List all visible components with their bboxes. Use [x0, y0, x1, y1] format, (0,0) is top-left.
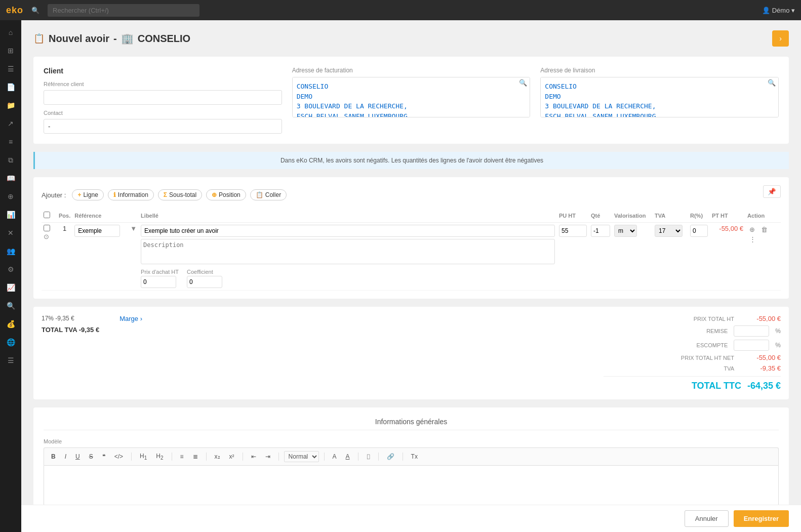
pin-button[interactable]: 📌 — [763, 185, 781, 198]
row-puht-cell — [557, 223, 589, 291]
toolbar-ol[interactable]: ≡ — [177, 452, 187, 462]
sidebar-layers-icon[interactable]: ⧉ — [3, 152, 19, 168]
toolbar-sep-8 — [378, 453, 379, 461]
marge-link[interactable]: Marge › — [119, 315, 142, 322]
dropdown-icon: ▾ — [791, 7, 795, 14]
prix-achat-input[interactable] — [141, 276, 176, 288]
delivery-address-wrapper: 🔍 CONSELIO DEMO 3 BOULEVARD DE LA RECHER… — [540, 77, 779, 119]
editor-area[interactable] — [44, 465, 779, 506]
toolbar-clear[interactable]: Tx — [408, 452, 421, 462]
sidebar-menu-icon[interactable]: ☰ — [3, 352, 19, 369]
coefficient-label: Coefficient — [187, 269, 222, 275]
row-tva-cell: 17 0 — [653, 223, 688, 291]
sidebar-lines-icon[interactable]: ≡ — [3, 134, 19, 150]
sidebar-people-icon[interactable]: 👥 — [3, 243, 19, 259]
sidebar-chart-icon[interactable]: 📊 — [3, 207, 19, 223]
toolbar-style-select[interactable]: Normal — [284, 451, 319, 462]
row-checkbox[interactable] — [44, 225, 50, 231]
row-drag-icon[interactable]: ⊙ — [44, 233, 49, 240]
sidebar-list-icon[interactable]: ☰ — [3, 61, 19, 77]
billing-search-button[interactable]: 🔍 — [517, 78, 529, 88]
grand-total-value: -64,35 € — [747, 381, 781, 391]
remise-input[interactable] — [734, 325, 769, 337]
row-tva-select[interactable]: 17 0 — [655, 225, 683, 237]
row-qte-input[interactable] — [591, 225, 610, 237]
toolbar-sep-2 — [172, 453, 172, 461]
toolbar-italic[interactable]: I — [62, 452, 69, 462]
row-puht-input[interactable] — [559, 225, 587, 237]
user-menu[interactable]: 👤 Démo ▾ — [762, 7, 795, 14]
search-input[interactable] — [48, 4, 199, 17]
row-r-cell — [688, 223, 710, 291]
row-delete-button[interactable]: 🗑 — [759, 225, 770, 234]
toolbar-strikethrough[interactable]: S — [86, 452, 96, 462]
toolbar-h2[interactable]: H2 — [153, 451, 166, 462]
sidebar-search-icon[interactable]: 🔍 — [3, 298, 19, 314]
app-logo[interactable]: eko — [6, 5, 23, 16]
ref-client-input[interactable] — [44, 90, 282, 105]
sidebar-folder-icon[interactable]: 📁 — [3, 97, 19, 113]
marge-text[interactable]: Marge › — [119, 315, 142, 322]
row-valorisation-select[interactable]: m h — [614, 225, 637, 237]
billing-address-textarea[interactable]: CONSELIO DEMO 3 BOULEVARD DE LA RECHERCH… — [292, 77, 531, 117]
save-button[interactable]: Enregistrer — [734, 510, 789, 527]
toolbar-bold[interactable]: B — [48, 452, 59, 462]
toolbar-highlight[interactable]: A — [343, 452, 353, 462]
add-coller-button[interactable]: 📋 Coller — [250, 189, 287, 200]
toolbar-indent-right[interactable]: ⇥ — [262, 452, 273, 462]
total-row-prix-ht-net: PRIX TOTAL HT NET -55,00 € — [604, 354, 781, 361]
row-expand-icon[interactable]: ▼ — [130, 225, 137, 232]
sous-total-icon: Σ — [164, 191, 167, 198]
toolbar-indent-left[interactable]: ⇤ — [248, 452, 259, 462]
sidebar-group-icon[interactable]: ⊕ — [3, 188, 19, 204]
toolbar-sep-3 — [206, 453, 207, 461]
add-position-button[interactable]: ⊕ Position — [206, 189, 246, 200]
tva-info-block: 17% -9,35 € TOTAL TVA -9,35 € Marge › — [42, 315, 142, 334]
sidebar-arrow-icon[interactable]: ↗ — [3, 115, 19, 132]
next-button[interactable]: › — [772, 30, 789, 47]
sidebar-document-icon[interactable]: 📄 — [3, 79, 19, 95]
sidebar-grid-icon[interactable]: ⊞ — [3, 43, 19, 59]
toolbar-align[interactable]: ⌷ — [364, 452, 373, 462]
contact-select-wrapper: - — [44, 119, 282, 134]
toolbar-underline[interactable]: U — [72, 452, 83, 462]
add-ligne-button[interactable]: + Ligne — [72, 189, 103, 200]
th-reference: Référence — [72, 209, 128, 223]
sidebar-settings-icon[interactable]: ⚙ — [3, 261, 19, 277]
th-libelle: Libellé — [139, 209, 557, 223]
sidebar-coin-icon[interactable]: 💰 — [3, 316, 19, 332]
prix-achat-label: Prix d'achat HT — [141, 269, 179, 275]
contact-label: Contact — [44, 110, 282, 116]
sidebar-book-icon[interactable]: 📖 — [3, 170, 19, 186]
toolbar-superscript[interactable]: x² — [226, 452, 237, 462]
add-information-button[interactable]: ℹ Information — [108, 189, 154, 200]
toolbar-code[interactable]: </> — [111, 452, 126, 462]
sidebar-graph-icon[interactable]: 📈 — [3, 279, 19, 296]
toolbar-sep-1 — [131, 453, 132, 461]
add-sous-total-button[interactable]: Σ Sous-total — [158, 189, 202, 200]
toolbar-ul[interactable]: ≣ — [190, 452, 201, 462]
delivery-search-button[interactable]: 🔍 — [766, 78, 778, 88]
sidebar-globe-icon[interactable]: 🌐 — [3, 334, 19, 350]
select-all-checkbox[interactable] — [44, 212, 50, 218]
toolbar-subscript[interactable]: x₂ — [212, 452, 223, 462]
escompte-input[interactable] — [734, 340, 769, 351]
toolbar-blockquote[interactable]: ❝ — [99, 452, 108, 462]
row-description-input[interactable] — [141, 239, 555, 264]
row-more-button[interactable]: ⋮ — [747, 234, 758, 244]
row-reference-input[interactable] — [74, 225, 120, 237]
cancel-button[interactable]: Annuler — [685, 510, 729, 527]
toolbar-font-color[interactable]: A — [330, 452, 340, 462]
main-content: 📋 Nouvel avoir - 🏢 CONSELIO › Client Réf… — [21, 20, 801, 532]
sidebar-home-icon[interactable]: ⌂ — [3, 24, 19, 40]
contact-select[interactable]: - — [44, 119, 282, 134]
sidebar-x-icon[interactable]: ✕ — [3, 225, 19, 241]
delivery-address-textarea[interactable]: CONSELIO DEMO 3 BOULEVARD DE LA RECHERCH… — [540, 77, 779, 117]
row-add-button[interactable]: ⊕ — [747, 225, 757, 234]
prix-total-ht-value: -55,00 € — [740, 315, 781, 322]
toolbar-h1[interactable]: H1 — [137, 451, 150, 462]
row-r-input[interactable] — [690, 225, 708, 237]
coefficient-input[interactable] — [187, 276, 222, 288]
row-libelle-input[interactable] — [141, 225, 555, 237]
toolbar-link[interactable]: 🔗 — [384, 452, 397, 462]
